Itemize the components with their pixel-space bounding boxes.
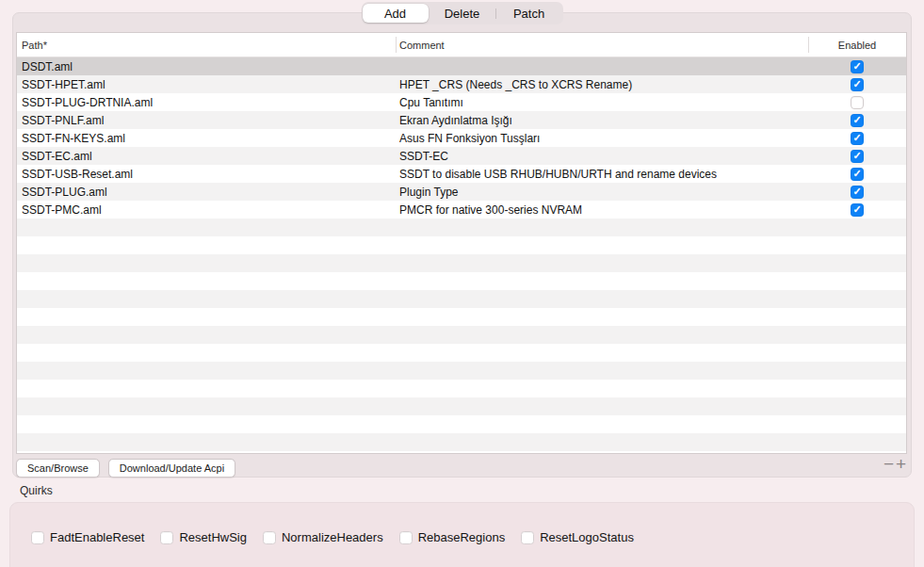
table-row-empty [17, 415, 906, 433]
enabled-checkbox-checked[interactable]: ✓ [851, 203, 864, 217]
cell-path: SSDT-EC.aml [17, 150, 397, 163]
table-row-empty [17, 219, 906, 236]
cell-enabled: ✓ [808, 60, 906, 73]
table-row-empty [17, 451, 906, 454]
cell-path: SSDT-PLUG.aml [17, 186, 397, 199]
table-row-empty [17, 308, 906, 326]
quirk-checkbox-resetlogostatus[interactable] [521, 531, 534, 544]
enabled-checkbox-unchecked[interactable] [851, 96, 864, 109]
segment-delete[interactable]: Delete [430, 4, 495, 23]
quirks-checkbox-row: FadtEnableResetResetHwSigNormalizeHeader… [31, 530, 634, 544]
quirk-item-resetlogostatus: ResetLogoStatus [521, 530, 634, 544]
table-row-empty [17, 433, 906, 451]
table-row-empty [17, 344, 906, 362]
cell-path: SSDT-PLUG-DRTNIA.aml [17, 96, 397, 109]
checkmark-icon: ✓ [852, 186, 861, 197]
cell-comment: SSDT to disable USB RHUB/HUBN/URTH and r… [397, 168, 808, 181]
quirk-label: ResetHwSig [179, 530, 247, 544]
table-row-empty [17, 397, 906, 415]
download-update-acpi-button[interactable]: Download/Update Acpi [108, 459, 235, 478]
enabled-checkbox-checked[interactable]: ✓ [851, 168, 864, 181]
table-row-empty [17, 290, 906, 308]
checkmark-icon: ✓ [852, 115, 861, 125]
quirk-label: ResetLogoStatus [540, 530, 634, 544]
cell-comment: PMCR for native 300-series NVRAM [397, 203, 808, 217]
cell-enabled: ✓ [808, 203, 906, 217]
table-footer-buttons: Scan/Browse Download/Update Acpi [16, 459, 235, 478]
quirks-panel: FadtEnableResetResetHwSigNormalizeHeader… [9, 502, 915, 567]
row-stepper: − + [883, 455, 907, 474]
checkmark-icon: ✓ [852, 79, 861, 89]
quirk-label: FadtEnableReset [50, 530, 144, 544]
cell-enabled: ✓ [808, 114, 906, 127]
column-header-path[interactable]: Path* [17, 40, 397, 51]
cell-comment: Asus FN Fonksiyon Tusşları [397, 132, 808, 145]
enabled-checkbox-checked[interactable]: ✓ [851, 186, 864, 199]
cell-path: SSDT-HPET.aml [17, 78, 397, 91]
table-row-empty [17, 380, 906, 397]
segment-patch[interactable]: Patch [496, 4, 562, 23]
quirk-item-resethwsig: ResetHwSig [160, 530, 247, 544]
cell-path: DSDT.aml [17, 60, 397, 73]
table-row[interactable]: SSDT-EC.amlSSDT-EC✓ [17, 147, 906, 165]
add-row-plus-button[interactable]: + [895, 455, 907, 474]
segment-add[interactable]: Add [363, 4, 429, 23]
enabled-checkbox-checked[interactable]: ✓ [851, 114, 864, 127]
cell-comment: HPET _CRS (Needs _CRS to XCRS Rename) [397, 78, 808, 91]
table-row[interactable]: DSDT.aml✓ [17, 57, 906, 75]
quirk-checkbox-rebaseregions[interactable] [399, 531, 413, 544]
cell-enabled: ✓ [808, 186, 906, 199]
cell-path: SSDT-FN-KEYS.aml [17, 132, 397, 145]
enabled-checkbox-checked[interactable]: ✓ [851, 132, 864, 145]
quirk-checkbox-resethwsig[interactable] [160, 531, 173, 544]
checkmark-icon: ✓ [852, 169, 861, 179]
cell-enabled: ✓ [808, 132, 906, 145]
column-header-enabled[interactable]: Enabled [808, 40, 906, 51]
column-header-comment[interactable]: Comment [397, 40, 808, 51]
acpi-table: Path* Comment Enabled DSDT.aml✓SSDT-HPET… [16, 32, 907, 454]
table-row[interactable]: SSDT-PNLF.amlEkran Aydınlatma Işığı✓ [17, 111, 906, 129]
enabled-checkbox-checked[interactable]: ✓ [851, 78, 864, 91]
cell-path: SSDT-PNLF.aml [17, 114, 397, 127]
checkmark-icon: ✓ [852, 204, 861, 215]
column-divider [396, 37, 397, 53]
quirk-label: NormalizeHeaders [282, 530, 383, 544]
table-row[interactable]: SSDT-FN-KEYS.amlAsus FN Fonksiyon Tusşla… [17, 129, 906, 147]
cell-enabled [808, 96, 906, 109]
cell-path: SSDT-USB-Reset.aml [17, 168, 397, 181]
cell-comment: SSDT-EC [397, 150, 808, 163]
table-row-empty [17, 254, 906, 272]
remove-row-minus-button[interactable]: − [883, 455, 895, 474]
cell-comment: Cpu Tanıtımı [397, 96, 808, 109]
quirk-item-normalizeheaders: NormalizeHeaders [263, 530, 383, 544]
quirks-section-title: Quirks [20, 484, 53, 497]
table-row[interactable]: SSDT-HPET.amlHPET _CRS (Needs _CRS to XC… [17, 75, 906, 93]
table-row-empty [17, 362, 906, 380]
add-delete-patch-segmented-control: AddDeletePatch [362, 2, 563, 24]
quirk-item-rebaseregions: RebaseRegions [399, 530, 506, 544]
checkmark-icon: ✓ [852, 133, 861, 143]
table-row-empty [17, 326, 906, 344]
cell-enabled: ✓ [808, 168, 906, 181]
cell-enabled: ✓ [808, 78, 906, 91]
checkmark-icon: ✓ [852, 61, 861, 72]
table-row[interactable]: SSDT-USB-Reset.amlSSDT to disable USB RH… [17, 165, 906, 183]
quirk-checkbox-normalizeheaders[interactable] [263, 531, 276, 544]
table-header: Path* Comment Enabled [17, 33, 906, 57]
table-row[interactable]: SSDT-PLUG.amlPlugin Type✓ [17, 183, 906, 201]
table-row[interactable]: SSDT-PMC.amlPMCR for native 300-series N… [17, 201, 906, 219]
enabled-checkbox-checked[interactable]: ✓ [851, 150, 864, 163]
column-divider [808, 37, 809, 53]
enabled-checkbox-checked[interactable]: ✓ [851, 60, 864, 73]
table-row-empty [17, 272, 906, 290]
cell-path: SSDT-PMC.aml [17, 203, 397, 217]
table-row[interactable]: SSDT-PLUG-DRTNIA.amlCpu Tanıtımı [17, 93, 906, 111]
cell-enabled: ✓ [808, 150, 906, 163]
quirk-checkbox-fadtenablereset[interactable] [31, 531, 44, 544]
checkmark-icon: ✓ [852, 151, 861, 161]
table-row-empty [17, 236, 906, 254]
scan-browse-button[interactable]: Scan/Browse [16, 459, 100, 478]
cell-comment: Plugin Type [397, 186, 808, 199]
table-body: DSDT.aml✓SSDT-HPET.amlHPET _CRS (Needs _… [17, 57, 906, 454]
quirk-item-fadtenablereset: FadtEnableReset [31, 530, 144, 544]
